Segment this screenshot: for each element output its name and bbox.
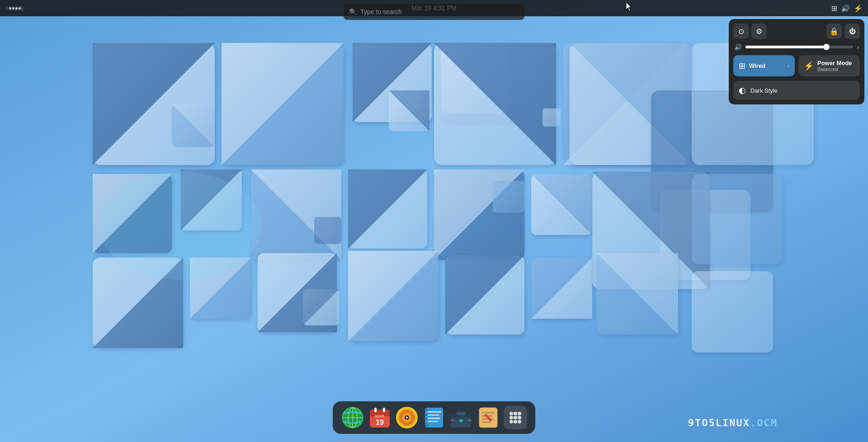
- dock-appgrid-icon[interactable]: [504, 406, 527, 429]
- volume-expand-arrow[interactable]: ›: [857, 43, 859, 51]
- panel-icons-left: ⊙ ⚙: [733, 24, 767, 39]
- system-panel: ⊙ ⚙ 🔒 ⏻ 🔊 ›: [729, 19, 864, 104]
- svg-text:19: 19: [376, 418, 384, 426]
- svg-rect-70: [383, 408, 385, 412]
- topbar-right: ⊞ 🔊 ⚡: [831, 4, 863, 13]
- dark-style-row[interactable]: ◐ Dark Style: [733, 81, 860, 100]
- wired-label: Wired: [749, 62, 765, 69]
- svg-rect-54: [692, 174, 782, 264]
- network-wired-icon: ⊞: [739, 61, 745, 71]
- svg-rect-93: [459, 419, 463, 422]
- svg-rect-55: [692, 271, 773, 353]
- svg-rect-98: [482, 412, 495, 414]
- svg-point-111: [518, 416, 521, 419]
- dock: 19 MAR: [333, 401, 535, 434]
- power-mode-card-text: Power Mode Balanced: [817, 60, 852, 72]
- activities-dot-1: [9, 7, 11, 9]
- volume-row: 🔊 ›: [733, 43, 860, 51]
- svg-point-113: [514, 420, 517, 423]
- search-icon: 🔍: [349, 8, 357, 15]
- svg-rect-95: [467, 419, 472, 421]
- svg-rect-69: [374, 408, 377, 412]
- network-tray-icon[interactable]: ⊞: [831, 4, 837, 13]
- svg-point-112: [509, 420, 513, 423]
- write-svg: [476, 406, 500, 429]
- svg-rect-56: [314, 217, 341, 244]
- settings-icon: ⚙: [756, 27, 762, 36]
- volume-slider[interactable]: [745, 46, 853, 48]
- svg-rect-92: [457, 412, 466, 415]
- search-bar[interactable]: 🔍: [344, 4, 524, 20]
- svg-rect-83: [427, 418, 440, 419]
- volume-slider-thumb: [823, 44, 830, 50]
- svg-point-107: [514, 412, 517, 415]
- appgrid-svg: [504, 406, 527, 429]
- activities-dot-4: [19, 7, 21, 9]
- power-mode-label: Power Mode: [817, 60, 852, 66]
- volume-slider-fill: [745, 46, 826, 48]
- dock-toolbox-icon[interactable]: [449, 406, 473, 429]
- search-input[interactable]: [360, 8, 519, 15]
- dark-style-label: Dark Style: [750, 87, 778, 94]
- wired-arrow-icon: ›: [788, 63, 789, 69]
- volume-icon: 🔊: [734, 43, 742, 51]
- panel-top-row: ⊙ ⚙ 🔒 ⏻: [733, 24, 860, 39]
- svg-rect-46: [493, 181, 524, 212]
- svg-rect-81: [427, 411, 441, 413]
- browser-svg: [341, 406, 364, 429]
- watermark-dotcom: .OCM: [750, 417, 778, 428]
- toolbox-svg: [449, 406, 473, 429]
- svg-point-77: [406, 417, 408, 418]
- calendar-svg: 19 MAR: [368, 406, 392, 429]
- dark-style-icon: ◐: [739, 85, 746, 95]
- lock-button[interactable]: 🔒: [826, 24, 842, 39]
- svg-point-106: [509, 412, 513, 415]
- svg-point-108: [518, 412, 521, 415]
- svg-point-88: [426, 421, 427, 422]
- desktop: Mar 19 4:31 PM ⊞ 🔊 ⚡ 🔍 ⊙ ⚙ �: [0, 0, 868, 442]
- power-mode-icon: ⚡: [804, 61, 814, 71]
- dock-write-icon[interactable]: [476, 406, 500, 429]
- screenshot-icon: ⊙: [738, 27, 744, 36]
- dock-speaker-icon[interactable]: [395, 406, 419, 429]
- svg-text:MAR: MAR: [375, 414, 385, 418]
- activities-dots: [9, 7, 21, 9]
- power-mode-card[interactable]: ⚡ Power Mode Balanced: [798, 55, 860, 76]
- svg-rect-84: [427, 421, 438, 422]
- power-tray-icon[interactable]: ⚡: [854, 4, 863, 13]
- dock-browser-icon[interactable]: [341, 406, 364, 429]
- notes-svg: [422, 406, 446, 429]
- settings-button[interactable]: ⚙: [751, 24, 767, 39]
- svg-point-114: [518, 420, 521, 423]
- svg-point-110: [514, 416, 517, 419]
- svg-rect-82: [427, 414, 439, 416]
- activities-dot-2: [12, 7, 14, 9]
- panel-cards-row: ⊞ Wired › ⚡ Power Mode Balanced: [733, 55, 860, 76]
- power-mode-value: Balanced: [817, 66, 852, 72]
- wired-card[interactable]: ⊞ Wired ›: [733, 55, 795, 76]
- topbar-left: [5, 6, 24, 10]
- svg-point-86: [426, 412, 427, 413]
- svg-point-87: [426, 416, 427, 418]
- power-icon: ⏻: [849, 28, 855, 35]
- speaker-svg: [395, 406, 419, 429]
- dock-calendar-icon[interactable]: 19 MAR: [368, 406, 392, 429]
- activities-button[interactable]: [5, 6, 24, 10]
- svg-point-109: [509, 416, 513, 419]
- svg-point-58: [99, 172, 262, 280]
- dock-notes-icon[interactable]: [422, 406, 446, 429]
- svg-rect-101: [482, 422, 491, 423]
- wired-card-text: Wired: [749, 62, 765, 69]
- volume-tray-icon[interactable]: 🔊: [841, 4, 850, 13]
- svg-rect-57: [542, 108, 561, 127]
- svg-rect-85: [425, 408, 428, 428]
- svg-rect-94: [450, 419, 455, 421]
- screenshot-button[interactable]: ⊙: [733, 24, 749, 39]
- panel-icons-right: 🔒 ⏻: [826, 24, 860, 39]
- activities-dot-3: [15, 7, 18, 9]
- lock-icon: 🔒: [830, 27, 839, 36]
- watermark: 9TO5LINUX.OCM: [688, 417, 778, 428]
- power-button[interactable]: ⏻: [844, 24, 860, 39]
